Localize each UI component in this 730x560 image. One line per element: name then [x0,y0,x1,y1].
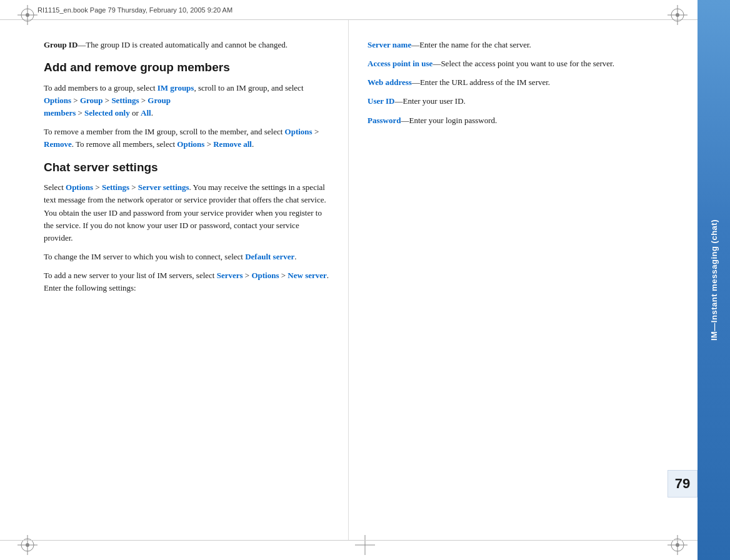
access-point-text: Access point in use—Select the access po… [368,58,679,70]
group-link: Group [80,96,103,105]
server-settings-link: Server settings [138,182,189,192]
im-groups-link: IM groups [158,83,194,92]
all-link: All [141,108,151,118]
main-content: Group ID—The group ID is created automat… [0,20,698,540]
group-id-dash: — [78,40,86,49]
sidebar: IM—Instant messaging (chat) [698,0,730,560]
web-address-text: Web address—Enter the URL address of the… [368,76,679,89]
sidebar-label: IM—Instant messaging (chat) [709,219,719,341]
options-link-1: Options [44,96,71,105]
settings-link-1: Settings [111,96,139,105]
user-id-text: User ID—Enter your user ID. [368,95,679,108]
password-text: Password—Enter your login password. [368,114,679,127]
user-id-dash: —Enter your user ID. [394,96,465,106]
chat-server-para2: To change the IM server to which you wis… [44,251,329,263]
bottom-bar [0,540,698,560]
left-column: Group ID—The group ID is created automat… [0,20,349,540]
server-name-entry: Server name—Enter the name for the chat … [368,39,679,51]
server-name-term: Server name [368,40,411,49]
chat-server-para1: Select Options > Settings > Server setti… [44,181,329,244]
options-link-2: Options [285,127,312,136]
web-address-term: Web address [368,78,412,87]
user-id-term: User ID [368,96,394,106]
options-link-4: Options [66,182,93,192]
access-point-dash: —Select the access point you want to use… [432,59,614,68]
password-dash: —Enter your login password. [401,116,497,125]
settings-link-2: Settings [102,182,129,192]
new-server-link: New server [288,271,326,280]
server-name-text: Server name—Enter the name for the chat … [368,39,679,51]
server-name-dash: —Enter the name for the chat server. [411,40,531,49]
group-id-text: Group ID—The group ID is created automat… [44,39,329,51]
remove-all-link: Remove all [213,139,252,149]
servers-link: Servers [217,271,243,280]
add-members-para1: To add members to a group, select IM gro… [44,82,329,119]
options-link-3: Options [177,139,204,149]
remove-link: Remove [44,139,72,149]
options-link-5: Options [251,271,279,280]
chat-server-para3: To add a new server to your list of IM s… [44,269,329,294]
right-column: Server name—Enter the name for the chat … [349,20,698,540]
group-id-term: Group ID [44,40,78,49]
section-heading-chat-server: Chat server settings [44,160,329,176]
selected-only-link: Selected only [84,108,130,118]
password-term: Password [368,116,401,125]
web-address-entry: Web address—Enter the URL address of the… [368,76,679,89]
group-id-description: The group ID is created automatically an… [86,40,288,49]
top-bar: RI1115_en.book Page 79 Thursday, Februar… [0,0,698,20]
password-entry: Password—Enter your login password. [368,114,679,127]
remove-member-para: To remove a member from the IM group, sc… [44,126,329,151]
access-point-term: Access point in use [368,59,432,68]
section-heading-add-remove: Add and remove group members [44,60,329,76]
default-server-link: Default server [245,252,294,261]
group-id-entry: Group ID—The group ID is created automat… [44,39,329,51]
web-address-dash: —Enter the URL address of the IM server. [412,78,550,87]
top-bar-text: RI1115_en.book Page 79 Thursday, Februar… [38,6,232,14]
user-id-entry: User ID—Enter your user ID. [368,95,679,108]
access-point-entry: Access point in use—Select the access po… [368,58,679,70]
